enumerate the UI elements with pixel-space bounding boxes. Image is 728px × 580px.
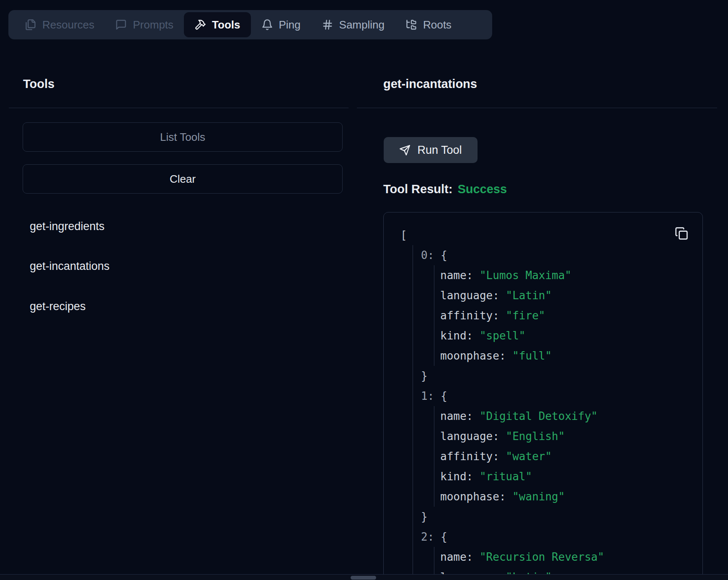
right-panel-divider: [357, 108, 717, 108]
tool-result-line: Tool Result: Success: [383, 182, 507, 196]
tab-tools[interactable]: Tools: [184, 12, 250, 37]
tool-result-label: Tool Result:: [383, 182, 452, 196]
tab-prompts[interactable]: Prompts: [105, 12, 184, 37]
tab-label: Tools: [212, 18, 240, 31]
send-icon: [399, 145, 410, 156]
json-array-body: 0: {name: "Lumos Maxima"language: "Latin…: [413, 245, 690, 580]
json-line: 2: {: [421, 527, 690, 547]
horizontal-scrollbar-track[interactable]: [0, 574, 728, 580]
folder-tree-icon: [405, 19, 417, 31]
tool-result-panel: [0: {name: "Lumos Maxima"language: "Lati…: [383, 212, 703, 580]
message-square-icon: [115, 19, 127, 31]
list-tools-button[interactable]: List Tools: [23, 122, 343, 152]
tab-ping[interactable]: Ping: [251, 12, 311, 37]
tab-label: Resources: [42, 18, 94, 31]
json-line: kind: "ritual": [440, 466, 690, 487]
json-line: }: [421, 366, 690, 386]
selected-tool-title: get-incantations: [383, 75, 477, 92]
json-object: 1: {name: "Digital Detoxify"language: "E…: [421, 386, 690, 527]
json-line: language: "English": [440, 426, 690, 446]
tab-label: Ping: [279, 18, 301, 31]
run-tool-label: Run Tool: [417, 144, 462, 157]
hash-icon: [322, 19, 333, 31]
json-line: name: "Digital Detoxify": [440, 406, 690, 426]
json-line: name: "Lumos Maxima": [440, 265, 690, 285]
hammer-icon: [194, 19, 206, 31]
tab-resources[interactable]: Resources: [14, 12, 105, 37]
bell-icon: [261, 19, 273, 31]
json-line: }: [421, 507, 690, 527]
json-object: 2: {name: "Recursion Reversa"language: "…: [421, 527, 690, 580]
tab-label: Roots: [423, 18, 452, 31]
json-line: name: "Recursion Reversa": [440, 547, 690, 567]
tab-bar: Resources Prompts Tools Ping Sampling Ro…: [8, 10, 492, 39]
tab-label: Sampling: [339, 18, 385, 31]
clear-button[interactable]: Clear: [23, 164, 343, 194]
files-icon: [25, 19, 36, 31]
json-line: 1: {: [421, 386, 690, 406]
left-panel-divider: [9, 108, 349, 108]
json-object: 0: {name: "Lumos Maxima"language: "Latin…: [421, 245, 690, 386]
tool-list-item-get-ingredients[interactable]: get-ingredients: [30, 218, 105, 235]
json-line: moonphase: "full": [440, 346, 690, 366]
json-tree: [0: {name: "Lumos Maxima"language: "Lati…: [400, 225, 690, 580]
horizontal-scrollbar-thumb[interactable]: [351, 576, 376, 580]
tool-list-item-get-incantations[interactable]: get-incantations: [30, 257, 110, 275]
json-line: moonphase: "waning": [440, 487, 690, 507]
json-line: 0: {: [421, 245, 690, 265]
tool-result-status: Success: [457, 182, 507, 196]
copy-icon: [675, 227, 688, 240]
json-object-properties: name: "Lumos Maxima"language: "Latin"aff…: [434, 265, 690, 366]
json-object-properties: name: "Digital Detoxify"language: "Engli…: [434, 406, 690, 507]
json-line: [: [400, 225, 690, 245]
tab-sampling[interactable]: Sampling: [311, 12, 395, 37]
tab-label: Prompts: [133, 18, 173, 31]
copy-button[interactable]: [675, 227, 688, 240]
run-tool-button[interactable]: Run Tool: [384, 137, 478, 163]
tool-list-item-get-recipes[interactable]: get-recipes: [30, 298, 86, 315]
json-line: language: "Latin": [440, 285, 690, 306]
json-line: kind: "spell": [440, 326, 690, 346]
left-panel-title: Tools: [23, 75, 54, 92]
json-line: affinity: "fire": [440, 306, 690, 326]
json-line: affinity: "water": [440, 446, 690, 466]
tab-roots[interactable]: Roots: [395, 12, 462, 37]
